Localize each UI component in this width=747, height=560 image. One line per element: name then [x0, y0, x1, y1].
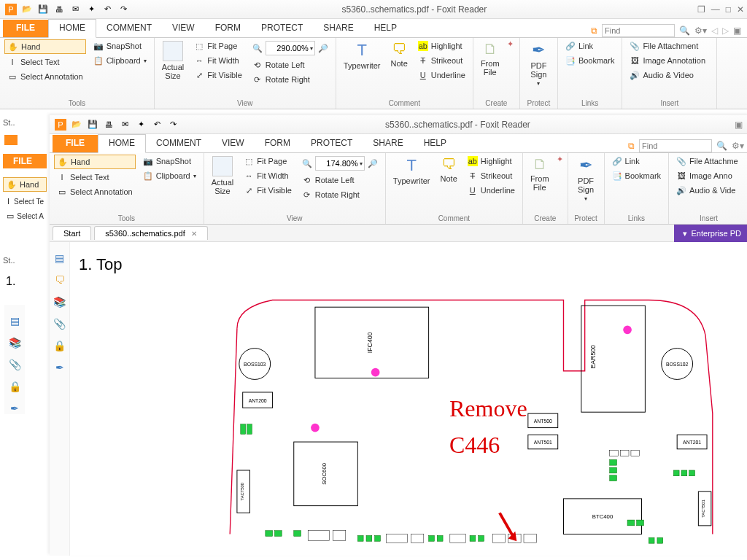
new-icon[interactable]: ✦ [85, 4, 97, 15]
tab-protect-2[interactable]: PROTECT [301, 135, 363, 152]
snapshot-2[interactable]: 📷SnapShot [140, 155, 199, 168]
lock-icon[interactable]: 🔒 [9, 381, 21, 392]
select-annotation-tool[interactable]: ▭Select Annotation [4, 70, 86, 83]
tab-start[interactable]: Start [53, 226, 91, 240]
selann-stub[interactable]: ▭Select A [3, 209, 47, 222]
tab-file-2[interactable]: FILE [53, 135, 98, 152]
gear-icon[interactable]: ⚙▾ [694, 26, 707, 36]
prev-icon[interactable]: ◁ [711, 26, 718, 36]
rotate-right-button[interactable]: ⟳Rotate Right [249, 73, 331, 86]
highlight-button[interactable]: abHighlight [415, 39, 468, 52]
sign-icon[interactable]: ✒ [10, 402, 19, 414]
minimize-icon[interactable]: — [711, 4, 720, 15]
note-2[interactable]: 🗨Note [438, 155, 460, 184]
file-stub[interactable]: FILE [3, 154, 47, 168]
find-pdf-icon-2[interactable]: ⧉ [628, 141, 635, 151]
page-content[interactable]: 1. Top IFC400 EAR500 BOSS103 BOSS [70, 242, 747, 556]
tab-share-2[interactable]: SHARE [363, 135, 413, 152]
security-panel-icon[interactable]: 🔒 [53, 340, 66, 351]
clipboard-2[interactable]: 📋Clipboard▾ [140, 169, 199, 182]
close-icon[interactable]: ✕ [737, 4, 744, 15]
enterprise-banner[interactable]: ▾Enterprise PD [674, 225, 747, 242]
highlight-2[interactable]: abHighlight [465, 155, 518, 168]
fit-visible-button[interactable]: ⤢Fit Visible [191, 69, 244, 82]
typewriter-2[interactable]: TTypewriter [390, 155, 433, 187]
tab-doc[interactable]: s5360..schematics.pdf✕ [94, 226, 207, 240]
fit-visible-2[interactable]: ⤢Fit Visible [241, 184, 294, 197]
seltext-stub[interactable]: ISelect Te [3, 195, 47, 208]
new-icon-2[interactable]: ✦ [135, 119, 147, 131]
tab-share[interactable]: SHARE [313, 20, 363, 37]
redo-icon[interactable]: ↷ [117, 4, 129, 15]
tab-view[interactable]: VIEW [162, 20, 205, 37]
tab-file[interactable]: FILE [3, 20, 48, 37]
next-icon[interactable]: ▷ [722, 26, 729, 36]
undo-icon-2[interactable]: ↶ [151, 119, 163, 131]
tab-help[interactable]: HELP [364, 20, 407, 37]
rotate-right-2[interactable]: ⟳Rotate Right [299, 188, 381, 201]
save-icon[interactable]: 💾 [37, 4, 49, 15]
search-icon[interactable]: 🔍 [679, 26, 690, 36]
fit-width-button[interactable]: ↔Fit Width [191, 54, 244, 67]
rotate-left-button[interactable]: ⟲Rotate Left [249, 58, 331, 71]
print-icon[interactable]: 🖶 [53, 4, 65, 15]
hand-tool-2[interactable]: ✋Hand [54, 155, 136, 169]
pdf-sign-button[interactable]: ✒PDF Sign▾ [525, 39, 553, 88]
note-button[interactable]: 🗨Note [388, 39, 411, 69]
clip-icon[interactable]: 📎 [9, 359, 21, 370]
underline-2[interactable]: UUnderline [465, 184, 518, 197]
pdf-sign-2[interactable]: ✒PDF Sign▾ [573, 155, 600, 203]
open-icon[interactable]: 📂 [21, 4, 33, 15]
open-icon-2[interactable]: 📂 [71, 119, 82, 131]
print-icon-2[interactable]: 🖶 [103, 119, 115, 131]
expand-icon-2[interactable]: ▣ [735, 120, 743, 130]
from-file-2[interactable]: 🗋From File [527, 155, 552, 193]
link-button[interactable]: 🔗Link [562, 39, 618, 52]
clipboard-tool[interactable]: 📋Clipboard▾ [90, 54, 150, 67]
select-text-tool[interactable]: ISelect Text [4, 55, 86, 69]
undo-icon[interactable]: ↶ [101, 4, 113, 15]
tab-form[interactable]: FORM [205, 20, 251, 37]
image-annotation-button[interactable]: 🖼Image Annotation [627, 54, 712, 67]
find-input-2[interactable] [639, 139, 712, 152]
audio-video-button[interactable]: 🔊Audio & Video [627, 69, 712, 82]
bookmark-2[interactable]: 📑Bookmark [609, 169, 665, 182]
find-pdf-icon[interactable]: ⧉ [591, 26, 597, 36]
mail-icon-2[interactable]: ✉ [119, 119, 131, 131]
attachments-panel-icon[interactable]: 📎 [53, 318, 66, 330]
link-2[interactable]: 🔗Link [609, 155, 665, 168]
tab-protect[interactable]: PROTECT [251, 20, 313, 37]
bookmarks-panel-icon[interactable]: 🗨 [55, 274, 65, 286]
signatures-panel-icon[interactable]: ✒ [55, 362, 64, 373]
hand-stub[interactable]: ✋Hand [3, 177, 47, 192]
strikeout-2[interactable]: TStrikeout [465, 169, 518, 182]
redo-icon-2[interactable]: ↷ [167, 119, 179, 131]
find-input[interactable] [602, 24, 675, 37]
av-2[interactable]: 🔊Audio & Vide [673, 184, 744, 197]
snapshot-tool[interactable]: 📷SnapShot [90, 39, 150, 52]
tab-comment-2[interactable]: COMMENT [146, 135, 212, 152]
tab-comment[interactable]: COMMENT [96, 20, 162, 37]
save-icon-2[interactable]: 💾 [87, 119, 98, 131]
fit-width-2[interactable]: ↔Fit Width [241, 169, 294, 182]
layers-icon[interactable]: 📚 [9, 337, 21, 349]
maximize-icon[interactable]: □ [726, 4, 731, 15]
restore-down-icon[interactable]: ❐ [697, 4, 705, 15]
fit-page-2[interactable]: ⬚Fit Page [241, 155, 294, 168]
tab-form-2[interactable]: FORM [255, 135, 301, 152]
actual-size-button[interactable]: Actual Size [159, 39, 187, 82]
from-file-button[interactable]: 🗋From File [478, 39, 503, 78]
pdf-stub-icon[interactable] [4, 135, 18, 145]
pages-panel-icon[interactable]: ▤ [55, 252, 64, 264]
pages-icon[interactable]: ▤ [10, 315, 20, 327]
fit-page-button[interactable]: ⬚Fit Page [191, 39, 244, 52]
tab-home-2[interactable]: HOME [98, 134, 146, 153]
gear-icon-2[interactable]: ⚙▾ [732, 141, 744, 151]
create-opt-icon[interactable]: ✦ [507, 39, 514, 49]
bookmark-button[interactable]: 📑Bookmark [562, 54, 618, 67]
select-ann-2[interactable]: ▭Select Annotation [54, 185, 136, 198]
file-att-2[interactable]: 📎File Attachme [673, 155, 744, 168]
underline-button[interactable]: UUnderline [415, 69, 468, 82]
mail-icon[interactable]: ✉ [69, 4, 81, 15]
zoom-input-2[interactable] [317, 159, 358, 168]
